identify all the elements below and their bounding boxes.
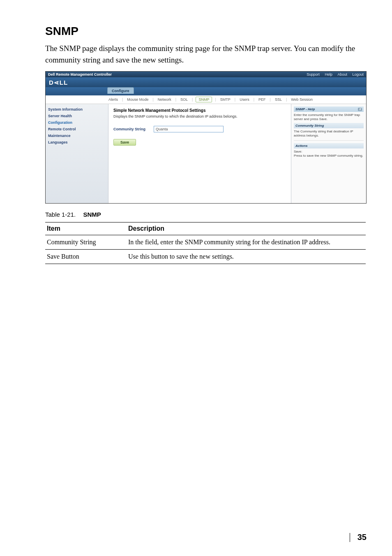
- sidebar-item-config[interactable]: Configuration: [48, 120, 106, 125]
- subtab-alerts[interactable]: Alerts: [107, 97, 119, 102]
- bmc-sidebar: System Information Server Health Configu…: [46, 104, 108, 204]
- intro-paragraph: The SNMP page displays the community str…: [45, 43, 367, 65]
- subtab-sol[interactable]: SOL: [179, 97, 189, 102]
- help-action-save-desc: Press to save the new SNMP community str…: [294, 154, 363, 158]
- subtab-ssl[interactable]: SSL: [274, 97, 283, 102]
- table-caption: Table 1-21. SNMP: [45, 211, 367, 218]
- cell-item: Community String: [45, 235, 127, 250]
- snmp-settings-title: Simple Network Management Protocol Setti…: [113, 108, 286, 113]
- sidebar-item-languages[interactable]: Languages: [48, 140, 106, 144]
- subtab-row: Alerts| Mouse Mode| Network| SOL| SNMP| …: [46, 95, 366, 104]
- subtab-pef[interactable]: PEF: [257, 97, 267, 102]
- bmc-titlebar: Dell Remote Management Controller Suppor…: [46, 72, 366, 77]
- help-community-text: The Community string that destination IP…: [294, 130, 364, 138]
- footer-separator: [350, 533, 350, 542]
- bmc-title: Dell Remote Management Controller: [48, 72, 112, 76]
- bmc-body: System Information Server Health Configu…: [46, 104, 366, 204]
- page-heading: SNMP: [45, 25, 367, 38]
- top-links: Support Help About Logout: [302, 72, 364, 76]
- sidebar-item-remote[interactable]: Remote Control: [48, 127, 106, 131]
- th-desc: Description: [127, 222, 366, 235]
- cell-item: Save Button: [45, 250, 127, 264]
- help-section-community: Community String: [294, 123, 364, 128]
- help-close-icon[interactable]: X: [358, 108, 362, 111]
- table-row: Save Button Use this button to save the …: [45, 250, 366, 264]
- community-string-row: Community String: [113, 126, 286, 132]
- svg-text:D⋖LL: D⋖LL: [49, 79, 68, 86]
- link-support[interactable]: Support: [307, 72, 320, 76]
- bmc-main: Simple Network Management Protocol Setti…: [108, 104, 291, 204]
- save-button[interactable]: Save: [113, 139, 136, 146]
- subtab-snmp[interactable]: SNMP: [196, 97, 212, 102]
- table-row: Community String In the field, enter the…: [45, 235, 366, 250]
- cell-desc: Use this button to save the new settings…: [127, 250, 366, 264]
- th-item: Item: [45, 222, 127, 235]
- subtab-network[interactable]: Network: [157, 97, 173, 102]
- help-action-save-label: Save:: [294, 150, 302, 153]
- sidebar-item-sysinfo[interactable]: System Information: [48, 107, 106, 111]
- snmp-description-table: Item Description Community String In the…: [45, 222, 366, 264]
- community-string-input[interactable]: [154, 126, 224, 132]
- help-actions-text: Save: Press to save the new SNMP communi…: [294, 150, 364, 158]
- snmp-settings-desc: Displays the SNMP community to which the…: [113, 114, 286, 118]
- link-logout[interactable]: Logout: [352, 72, 364, 76]
- community-string-label: Community String: [113, 127, 145, 131]
- help-title: SNMP - Help: [295, 107, 315, 111]
- subtab-mouse[interactable]: Mouse Mode: [126, 97, 150, 102]
- link-about[interactable]: About: [337, 72, 347, 76]
- page-number: 35: [357, 533, 367, 542]
- help-header: SNMP - Help X: [294, 107, 364, 112]
- link-help[interactable]: Help: [325, 72, 332, 76]
- cell-desc: In the field, enter the SNMP community s…: [127, 235, 366, 250]
- logo-row: D⋖LL: [46, 77, 366, 87]
- subtab-users[interactable]: Users: [238, 97, 251, 102]
- help-panel: SNMP - Help X Enter the community string…: [291, 104, 366, 204]
- primary-tab-row: Configure: [46, 87, 366, 95]
- table-name: SNMP: [83, 211, 101, 218]
- help-intro: Enter the community string for the SNMP …: [294, 113, 364, 121]
- bmc-window: Dell Remote Management Controller Suppor…: [45, 71, 367, 204]
- help-section-actions: Actions: [294, 143, 364, 148]
- page-footer: 35: [350, 533, 367, 542]
- sidebar-item-health[interactable]: Server Health: [48, 114, 106, 118]
- dell-logo: D⋖LL: [49, 79, 74, 86]
- tab-configure[interactable]: Configure: [107, 87, 134, 94]
- table-number: Table 1-21.: [45, 211, 76, 218]
- subtab-smtp[interactable]: SMTP: [219, 97, 232, 102]
- subtab-web[interactable]: Web Session: [290, 97, 314, 102]
- sidebar-item-maintenance[interactable]: Maintenance: [48, 134, 106, 138]
